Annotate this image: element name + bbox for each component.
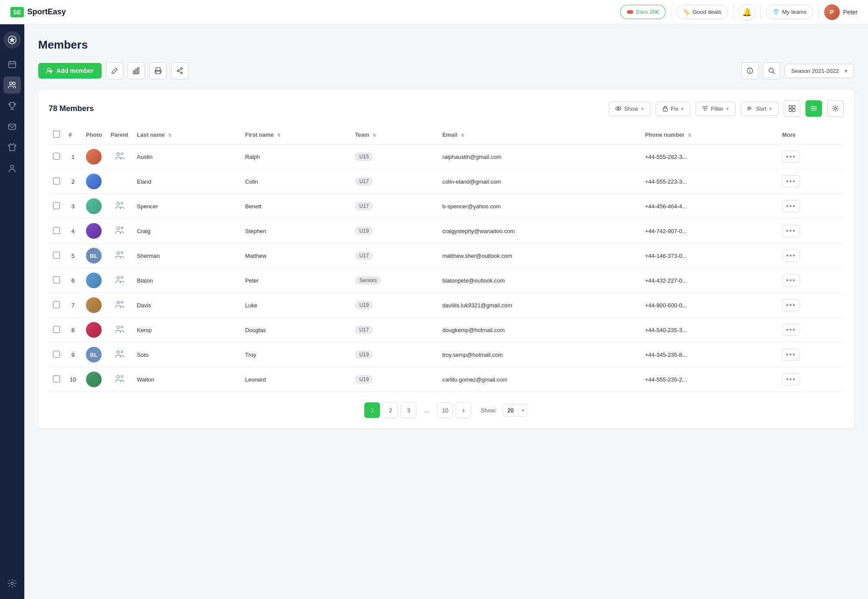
user-section[interactable]: P Peter <box>824 4 858 20</box>
sidebar-item-jersey[interactable] <box>3 139 21 156</box>
edit-button[interactable] <box>106 62 123 79</box>
more-button-7[interactable]: ••• <box>782 299 800 311</box>
row-photo <box>82 293 106 318</box>
row-checkbox-10[interactable] <box>53 375 60 382</box>
row-checkbox-cell <box>49 367 64 392</box>
chart-button[interactable] <box>128 62 145 79</box>
row-team: Seniors <box>350 268 438 293</box>
more-button-3[interactable]: ••• <box>782 200 800 212</box>
svg-rect-18 <box>138 68 139 74</box>
email-sort-icon: ⇅ <box>461 133 464 138</box>
svg-point-52 <box>121 251 123 253</box>
add-member-button[interactable]: Add member <box>38 63 102 79</box>
page-3-button[interactable]: 3 <box>401 402 416 418</box>
more-button-8[interactable]: ••• <box>782 324 800 336</box>
row-checkbox-7[interactable] <box>53 301 60 308</box>
page-10-button[interactable]: 10 <box>437 402 453 418</box>
page-1-button[interactable]: 1 <box>364 402 380 418</box>
table-row: 4 Craig Stephen U19 craigystephy@wanadoo… <box>49 219 844 244</box>
table-header: # Photo Parent Last name ⇅ First name ⇅ … <box>49 125 844 145</box>
avatar: P <box>824 4 840 20</box>
row-checkbox-2[interactable] <box>53 178 60 184</box>
toolbar-right: Season 2021-2022 ▾ <box>741 62 854 79</box>
table-row: 7 Davis Luke U19 daviiiis.luk9321@gmail.… <box>49 293 844 318</box>
row-email: daviiiis.luk9321@gmail.com <box>438 293 641 318</box>
search-button[interactable] <box>763 62 780 79</box>
row-more: ••• <box>778 169 844 194</box>
svg-line-25 <box>179 71 181 72</box>
print-button[interactable] <box>149 62 167 79</box>
season-selector[interactable]: Season 2021-2022 ▾ <box>785 64 854 78</box>
sidebar-item-members[interactable] <box>3 76 21 94</box>
row-checkbox-4[interactable] <box>53 227 60 234</box>
more-button-4[interactable]: ••• <box>782 225 800 237</box>
svg-point-13 <box>47 68 50 71</box>
good-deals-button[interactable]: 🏷️ Good deals <box>677 5 728 19</box>
row-team: U15 <box>350 145 438 169</box>
more-button-5[interactable]: ••• <box>782 250 800 262</box>
row-parent <box>106 268 132 293</box>
more-button-9[interactable]: ••• <box>782 349 800 361</box>
grid-view-button[interactable] <box>784 100 800 117</box>
next-page-button[interactable]: › <box>455 402 471 418</box>
my-teams-button[interactable]: 👕 My teams <box>766 5 813 19</box>
show-button[interactable]: Show ▾ <box>609 102 650 116</box>
row-checkbox-9[interactable] <box>53 351 60 358</box>
phone-header[interactable]: Phone number ⇅ <box>640 125 778 145</box>
more-button-1[interactable]: ••• <box>782 151 800 163</box>
lastname-header[interactable]: Last name ⇅ <box>132 125 241 145</box>
team-header[interactable]: Team ⇅ <box>350 125 438 145</box>
sidebar-item-mail[interactable] <box>3 118 21 135</box>
topbar-actions: 🎟️ Earn 20€ 🏷️ Good deals 🔔 👕 My teams P… <box>620 4 858 20</box>
table-row: 3 Spencer Benett U17 b-spencer@yahoo.com… <box>49 194 844 219</box>
sidebar-club-logo[interactable] <box>3 31 21 49</box>
row-lastname: Soto <box>132 342 241 367</box>
row-parent <box>106 293 132 318</box>
sidebar-item-player[interactable] <box>3 160 21 177</box>
more-button-2[interactable]: ••• <box>782 175 800 188</box>
earn-label: Earn 20€ <box>636 9 659 15</box>
info-button[interactable] <box>741 62 759 79</box>
firstname-header[interactable]: First name ⇅ <box>241 125 351 145</box>
fix-button[interactable]: Fix ▾ <box>656 102 690 116</box>
sidebar-item-calendar[interactable] <box>3 56 21 73</box>
sidebar-item-trophy[interactable] <box>3 97 21 115</box>
member-avatar <box>86 174 102 189</box>
app-logo[interactable]: SE SportEasy <box>10 7 66 17</box>
per-page-select[interactable]: 10 20 50 100 <box>503 404 528 417</box>
team-sort-icon: ⇅ <box>373 133 376 138</box>
svg-point-53 <box>117 276 119 279</box>
row-email: matthew.sher@outlook.com <box>438 244 641 268</box>
email-header[interactable]: Email ⇅ <box>438 125 641 145</box>
sidebar-item-settings[interactable] <box>3 575 21 592</box>
row-checkbox-cell <box>49 244 64 268</box>
row-checkbox-8[interactable] <box>53 326 60 333</box>
row-checkbox-3[interactable] <box>53 202 60 209</box>
page-2-button[interactable]: 2 <box>383 402 398 418</box>
table-settings-button[interactable] <box>827 100 844 117</box>
row-checkbox-1[interactable] <box>53 153 60 160</box>
row-checkbox-5[interactable] <box>53 252 60 259</box>
svg-rect-33 <box>663 108 667 111</box>
row-email: craigystephy@wanadoo.com <box>438 219 641 244</box>
earn-button[interactable]: 🎟️ Earn 20€ <box>620 5 666 19</box>
more-button-6[interactable]: ••• <box>782 274 800 286</box>
svg-point-7 <box>13 82 15 85</box>
sort-button[interactable]: Sort ▾ <box>741 102 779 116</box>
row-team: U19 <box>350 342 438 367</box>
row-checkbox-6[interactable] <box>53 276 60 283</box>
list-icon <box>810 105 817 112</box>
list-view-button[interactable] <box>805 100 822 117</box>
notification-button[interactable]: 🔔 <box>739 4 755 20</box>
select-all-checkbox[interactable] <box>53 131 60 138</box>
parent-header: Parent <box>106 125 132 145</box>
more-button-10[interactable]: ••• <box>782 373 800 385</box>
team-badge: U17 <box>355 326 373 334</box>
fix-chevron-icon: ▾ <box>681 105 684 112</box>
row-lastname: Spencer <box>132 194 241 219</box>
row-lastname: Craig <box>132 219 241 244</box>
filter-button[interactable]: Filter ▾ <box>696 102 736 116</box>
filter-label: Filter <box>711 105 723 112</box>
share-button[interactable] <box>171 62 188 79</box>
svg-point-48 <box>121 202 123 204</box>
